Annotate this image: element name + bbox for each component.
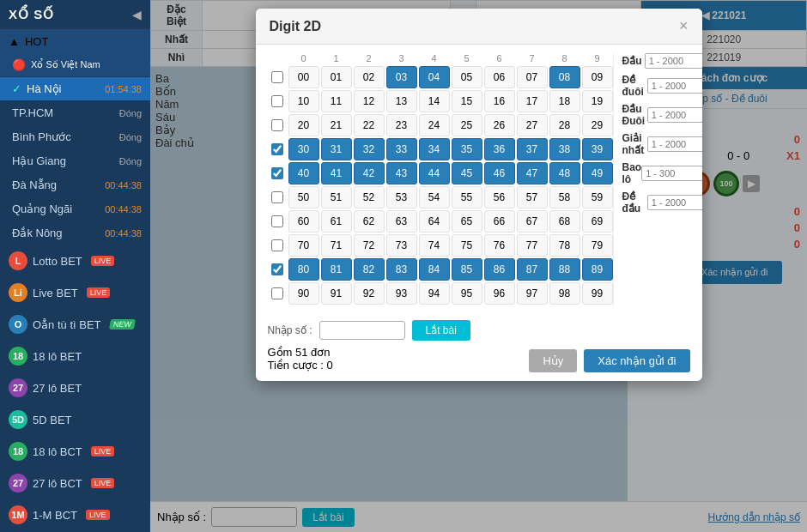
sidebar-item-18lobct[interactable]: 18 18 lô BCT LIVE bbox=[0, 436, 150, 468]
cell-84[interactable]: 84 bbox=[419, 258, 450, 281]
cell-01[interactable]: 01 bbox=[321, 66, 352, 88]
cell-68[interactable]: 68 bbox=[549, 210, 580, 233]
dau-input[interactable] bbox=[645, 53, 702, 69]
sidebar-item-5dbet[interactable]: 5D 5D BET bbox=[0, 404, 150, 436]
row-cb-7[interactable] bbox=[268, 239, 287, 251]
cell-18[interactable]: 18 bbox=[549, 90, 580, 112]
cell-49[interactable]: 49 bbox=[582, 162, 613, 184]
row-checkbox-3[interactable] bbox=[271, 143, 283, 155]
row-cb-2[interactable] bbox=[268, 119, 287, 131]
cell-59[interactable]: 59 bbox=[582, 186, 613, 209]
cell-71[interactable]: 71 bbox=[321, 234, 352, 257]
cell-05[interactable]: 05 bbox=[452, 66, 482, 88]
sidebar-item-binhphuoc[interactable]: Bình Phước Đóng bbox=[0, 125, 150, 149]
cell-85[interactable]: 85 bbox=[452, 258, 482, 281]
sidebar-item-quangngai[interactable]: Quảng Ngãi 00:44:38 bbox=[0, 197, 150, 221]
cell-42[interactable]: 42 bbox=[354, 162, 385, 184]
cell-93[interactable]: 93 bbox=[386, 282, 417, 305]
cell-74[interactable]: 74 bbox=[419, 234, 450, 257]
cell-24[interactable]: 24 bbox=[419, 114, 450, 136]
cell-50[interactable]: 50 bbox=[288, 186, 319, 209]
row-cb-5[interactable] bbox=[268, 191, 287, 203]
cell-39[interactable]: 39 bbox=[582, 138, 613, 160]
row-checkbox-5[interactable] bbox=[271, 191, 283, 203]
sidebar-item-lottobet[interactable]: L Lotto BET LIVE bbox=[0, 245, 150, 277]
cell-82[interactable]: 82 bbox=[354, 258, 385, 281]
cell-94[interactable]: 94 bbox=[419, 282, 450, 305]
cell-21[interactable]: 21 bbox=[321, 114, 352, 136]
cell-19[interactable]: 19 bbox=[582, 90, 613, 112]
row-cb-1[interactable] bbox=[268, 95, 287, 107]
cell-12[interactable]: 12 bbox=[354, 90, 385, 112]
cell-72[interactable]: 72 bbox=[354, 234, 385, 257]
cell-99[interactable]: 99 bbox=[582, 282, 613, 305]
cell-63[interactable]: 63 bbox=[386, 210, 417, 233]
row-cb-0[interactable] bbox=[268, 71, 287, 83]
cell-89[interactable]: 89 bbox=[582, 258, 613, 281]
deduoi-input[interactable] bbox=[647, 78, 702, 94]
cell-66[interactable]: 66 bbox=[484, 210, 515, 233]
cell-61[interactable]: 61 bbox=[321, 210, 352, 233]
row-cb-6[interactable] bbox=[268, 215, 287, 227]
cell-02[interactable]: 02 bbox=[354, 66, 385, 88]
cell-58[interactable]: 58 bbox=[549, 186, 580, 209]
row-cb-8[interactable] bbox=[268, 263, 287, 275]
cell-22[interactable]: 22 bbox=[354, 114, 385, 136]
cell-60[interactable]: 60 bbox=[288, 210, 319, 233]
cell-70[interactable]: 70 bbox=[288, 234, 319, 257]
cell-90[interactable]: 90 bbox=[288, 282, 319, 305]
cell-91[interactable]: 91 bbox=[321, 282, 352, 305]
row-checkbox-2[interactable] bbox=[271, 119, 283, 131]
sidebar-item-livebet[interactable]: Li Live BET LIVE bbox=[0, 277, 150, 309]
sidebar-item-hanoi[interactable]: ✓ Hà Nội 01:54:38 bbox=[0, 77, 150, 101]
cell-69[interactable]: 69 bbox=[582, 210, 613, 233]
cell-88[interactable]: 88 bbox=[549, 258, 580, 281]
cell-30[interactable]: 30 bbox=[288, 138, 319, 160]
cell-41[interactable]: 41 bbox=[321, 162, 352, 184]
sidebar-collapse-icon[interactable]: ◀ bbox=[132, 8, 142, 21]
row-checkbox-9[interactable] bbox=[271, 287, 283, 299]
sidebar-item-27lobct[interactable]: 27 27 lô BCT LIVE bbox=[0, 468, 150, 499]
cell-73[interactable]: 73 bbox=[386, 234, 417, 257]
cell-43[interactable]: 43 bbox=[386, 162, 417, 184]
cell-17[interactable]: 17 bbox=[517, 90, 548, 112]
sidebar-item-daknong[interactable]: Đắk Nông 00:44:38 bbox=[0, 221, 150, 245]
cell-81[interactable]: 81 bbox=[321, 258, 352, 281]
cell-67[interactable]: 67 bbox=[517, 210, 548, 233]
cell-57[interactable]: 57 bbox=[517, 186, 548, 209]
cell-51[interactable]: 51 bbox=[321, 186, 352, 209]
row-checkbox-6[interactable] bbox=[271, 215, 283, 227]
cell-40[interactable]: 40 bbox=[288, 162, 319, 184]
cell-29[interactable]: 29 bbox=[582, 114, 613, 136]
modal-close-button[interactable]: × bbox=[679, 17, 689, 35]
cell-56[interactable]: 56 bbox=[484, 186, 515, 209]
cell-54[interactable]: 54 bbox=[419, 186, 450, 209]
modal-latbai-button[interactable]: Lắt bài bbox=[412, 320, 470, 341]
dedau-input[interactable] bbox=[647, 195, 702, 210]
cell-07[interactable]: 07 bbox=[517, 66, 548, 88]
sidebar-item-27lobet[interactable]: 27 27 lô BET bbox=[0, 372, 150, 404]
cell-46[interactable]: 46 bbox=[484, 162, 515, 184]
cell-52[interactable]: 52 bbox=[354, 186, 385, 209]
cell-20[interactable]: 20 bbox=[288, 114, 319, 136]
dauduoi-input[interactable] bbox=[647, 107, 702, 123]
cell-38[interactable]: 38 bbox=[549, 138, 580, 160]
modal-number-input[interactable] bbox=[319, 321, 405, 340]
cell-16[interactable]: 16 bbox=[484, 90, 515, 112]
cell-28[interactable]: 28 bbox=[549, 114, 580, 136]
giainhat-input[interactable] bbox=[647, 136, 702, 152]
cell-83[interactable]: 83 bbox=[386, 258, 417, 281]
cell-34[interactable]: 34 bbox=[419, 138, 450, 160]
row-checkbox-1[interactable] bbox=[271, 95, 283, 107]
baolo-input[interactable] bbox=[641, 166, 701, 181]
cell-10[interactable]: 10 bbox=[288, 90, 319, 112]
sidebar-item-xsvn[interactable]: 🔴 Xổ Số Việt Nam bbox=[0, 53, 150, 77]
cell-37[interactable]: 37 bbox=[517, 138, 548, 160]
cell-09[interactable]: 09 bbox=[582, 66, 613, 88]
row-checkbox-8[interactable] bbox=[271, 263, 283, 275]
cell-27[interactable]: 27 bbox=[517, 114, 548, 136]
cell-77[interactable]: 77 bbox=[517, 234, 548, 257]
cell-78[interactable]: 78 bbox=[549, 234, 580, 257]
modal-huy-button[interactable]: Hủy bbox=[529, 349, 577, 372]
cell-79[interactable]: 79 bbox=[582, 234, 613, 257]
